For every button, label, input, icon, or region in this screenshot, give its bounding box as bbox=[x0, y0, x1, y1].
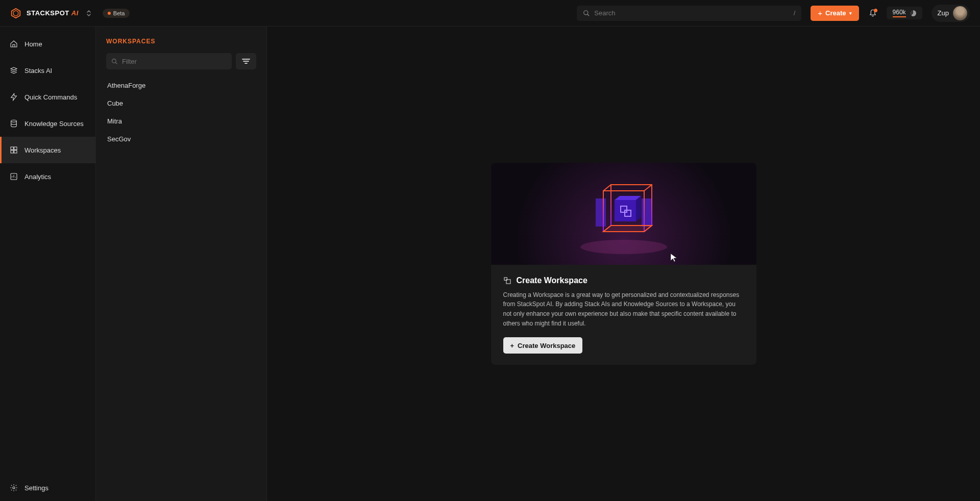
nav-item-settings[interactable]: Settings bbox=[0, 474, 95, 501]
svg-marker-0 bbox=[12, 8, 20, 17]
search-shortcut-hint: / bbox=[794, 9, 796, 17]
nav-item-workspaces[interactable]: Workspaces bbox=[0, 137, 95, 163]
workspaces-icon bbox=[9, 146, 18, 154]
chevron-down-icon: ▾ bbox=[849, 11, 852, 16]
gear-icon bbox=[9, 484, 18, 492]
search-icon bbox=[111, 58, 118, 65]
analytics-icon bbox=[9, 172, 18, 181]
token-usage-icon bbox=[910, 10, 916, 16]
workspace-filter[interactable] bbox=[106, 53, 232, 69]
nav-item-label: Quick Commands bbox=[24, 93, 77, 101]
home-icon bbox=[9, 40, 18, 48]
brand-switcher-icon[interactable] bbox=[86, 10, 91, 17]
notifications-button[interactable] bbox=[868, 9, 877, 18]
bolt-icon bbox=[9, 93, 18, 101]
nav-item-label: Workspaces bbox=[24, 146, 61, 154]
nav-item-stacks-ai[interactable]: Stacks AI bbox=[0, 57, 95, 84]
nav-item-label: Home bbox=[24, 40, 42, 48]
search-input[interactable] bbox=[594, 9, 789, 17]
workspace-list-panel: WORKSPACES AthenaForge Cube Mitra SecGov bbox=[96, 27, 267, 501]
svg-line-12 bbox=[115, 62, 117, 64]
primary-nav: Home Stacks AI Quick Commands Knowledge … bbox=[0, 27, 96, 501]
notification-dot-icon bbox=[874, 9, 877, 12]
empty-state-card: Create Workspace Creating a Workspace is… bbox=[491, 163, 756, 365]
svg-marker-1 bbox=[13, 10, 18, 16]
user-menu[interactable]: Zup bbox=[932, 5, 970, 22]
stacks-icon bbox=[9, 66, 18, 74]
brand-suffix: AI bbox=[71, 9, 79, 17]
workspace-item[interactable]: Mitra bbox=[106, 112, 256, 130]
svg-line-3 bbox=[587, 14, 590, 16]
svg-rect-5 bbox=[11, 147, 13, 149]
workspace-item[interactable]: Cube bbox=[106, 94, 256, 112]
database-icon bbox=[9, 119, 18, 128]
nav-item-home[interactable]: Home bbox=[0, 31, 95, 57]
filter-input[interactable] bbox=[122, 58, 227, 65]
svg-rect-14 bbox=[596, 198, 606, 227]
empty-state-description: Creating a Workspace is a great way to g… bbox=[503, 290, 744, 328]
avatar bbox=[953, 6, 967, 20]
svg-rect-6 bbox=[14, 147, 17, 149]
brand-name: STACKSPOT AI bbox=[27, 9, 79, 17]
search-icon bbox=[583, 10, 590, 17]
plus-icon: + bbox=[510, 342, 514, 349]
panel-title: WORKSPACES bbox=[106, 38, 256, 45]
filter-options-button[interactable] bbox=[236, 53, 256, 69]
brand-logo-icon bbox=[10, 8, 21, 19]
svg-point-11 bbox=[112, 59, 116, 63]
svg-point-10 bbox=[13, 487, 15, 489]
workspace-item[interactable]: AthenaForge bbox=[106, 77, 256, 94]
nav-item-analytics[interactable]: Analytics bbox=[0, 163, 95, 190]
svg-rect-8 bbox=[14, 151, 17, 153]
workspaces-icon bbox=[503, 277, 511, 285]
token-balance[interactable]: 960k bbox=[887, 7, 922, 19]
card-hero-image bbox=[491, 163, 756, 265]
svg-point-4 bbox=[11, 120, 17, 122]
nav-item-label: Stacks AI bbox=[24, 67, 52, 74]
nav-item-label: Settings bbox=[24, 484, 48, 492]
app-header: STACKSPOT AI Beta / + Create ▾ 960k bbox=[0, 0, 980, 27]
create-workspace-button[interactable]: + Create Workspace bbox=[503, 337, 583, 354]
main-content: Create Workspace Creating a Workspace is… bbox=[267, 27, 980, 501]
plus-icon: + bbox=[818, 9, 822, 17]
user-label: Zup bbox=[938, 9, 949, 17]
nav-item-label: Knowledge Sources bbox=[24, 120, 84, 128]
empty-state-title: Create Workspace bbox=[517, 276, 587, 285]
beta-badge: Beta bbox=[103, 9, 130, 18]
logo-area[interactable]: STACKSPOT AI Beta bbox=[10, 8, 130, 19]
filter-lines-icon bbox=[242, 58, 250, 64]
svg-rect-15 bbox=[642, 198, 652, 227]
nav-item-quick-commands[interactable]: Quick Commands bbox=[0, 84, 95, 110]
nav-item-label: Analytics bbox=[24, 173, 51, 181]
svg-point-13 bbox=[580, 240, 667, 254]
global-search[interactable]: / bbox=[577, 6, 801, 21]
svg-rect-7 bbox=[11, 151, 13, 153]
create-button[interactable]: + Create ▾ bbox=[811, 6, 859, 21]
beta-dot-icon bbox=[108, 12, 111, 15]
nav-item-knowledge-sources[interactable]: Knowledge Sources bbox=[0, 110, 95, 137]
svg-point-2 bbox=[584, 10, 588, 14]
workspace-item[interactable]: SecGov bbox=[106, 130, 256, 148]
